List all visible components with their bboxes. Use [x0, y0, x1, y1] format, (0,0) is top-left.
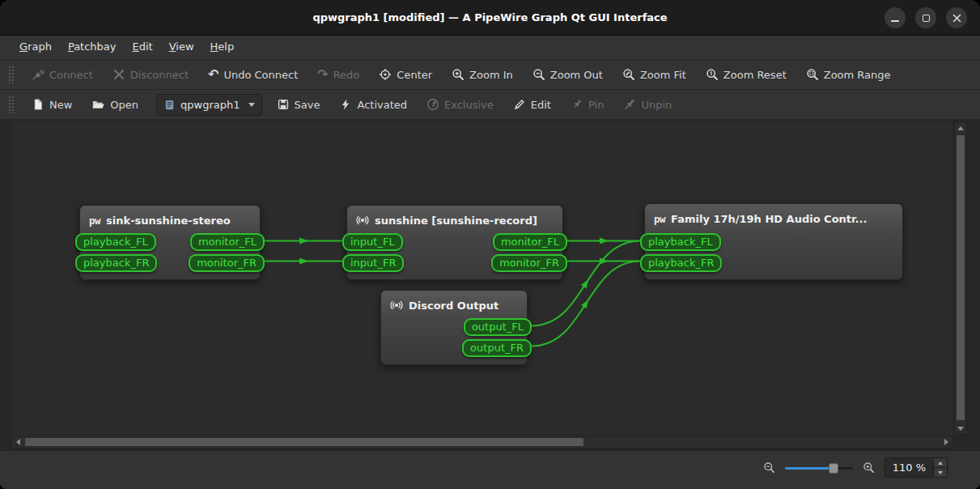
- port-out-monitor-fr[interactable]: monitor_FR: [189, 254, 265, 272]
- disconnect-button[interactable]: Disconnect: [106, 64, 198, 85]
- window-controls: [885, 7, 967, 28]
- zoom-in-label: Zoom In: [469, 69, 513, 81]
- unpin-button[interactable]: Unpin: [617, 94, 681, 115]
- port-in-playback-fl[interactable]: playback_FL: [640, 233, 721, 251]
- save-label: Save: [295, 99, 320, 111]
- port-out-output-fl[interactable]: output_FL: [464, 318, 532, 336]
- zoom-fit-button[interactable]: Zoom Fit: [616, 64, 696, 85]
- exclusive-label: Exclusive: [444, 99, 494, 111]
- undo-icon: ↶: [208, 69, 218, 80]
- minimize-icon: [891, 20, 899, 22]
- toolbar-drag-handle[interactable]: [8, 96, 15, 113]
- port-out-monitor-fl[interactable]: monitor_FL: [190, 233, 265, 251]
- minimize-button[interactable]: [885, 7, 906, 28]
- port-in-playback-fr[interactable]: playback_FR: [640, 254, 722, 272]
- port-out-monitor-fl[interactable]: monitor_FL: [493, 233, 567, 251]
- maximize-icon: [923, 15, 930, 22]
- horizontal-scrollbar-thumb[interactable]: [24, 437, 584, 447]
- save-icon: [277, 98, 290, 111]
- center-label: Center: [397, 69, 432, 81]
- zoom-range-icon: [806, 68, 819, 81]
- menu-view[interactable]: View: [161, 36, 202, 59]
- maximize-button[interactable]: [915, 7, 936, 28]
- statusbar-zoom-out-icon: [763, 461, 775, 474]
- zoom-spin-up-button[interactable]: [934, 458, 947, 468]
- new-button[interactable]: New: [25, 94, 82, 115]
- zoom-spin-down-button[interactable]: [934, 468, 947, 477]
- save-button[interactable]: Save: [270, 94, 330, 115]
- patchbay-file-icon: [163, 99, 176, 111]
- pipewire-icon: pw: [654, 213, 665, 225]
- port-out-monitor-fr[interactable]: monitor_FR: [491, 254, 567, 272]
- statusbar-zoom-in-icon: [863, 461, 875, 474]
- center-button[interactable]: Center: [372, 64, 442, 85]
- scroll-left-button[interactable]: [12, 436, 23, 448]
- redo-button[interactable]: ↷ Redo: [311, 65, 369, 85]
- port-in-playback-fl[interactable]: playback_FL: [75, 233, 156, 251]
- arrow-left-icon: [16, 439, 20, 445]
- horizontal-scrollbar[interactable]: [11, 436, 952, 449]
- node-discord-output[interactable]: Discord Output output_FL output_FR: [380, 290, 528, 365]
- node-title: Family 17h/19h HD Audio Contr...: [671, 213, 867, 225]
- zoom-out-label: Zoom Out: [550, 69, 603, 81]
- activated-bolt-icon: [339, 98, 352, 111]
- port-in-input-fl[interactable]: input_FL: [342, 233, 403, 251]
- unpin-label: Unpin: [641, 99, 672, 111]
- zoom-reset-label: Zoom Reset: [723, 69, 787, 81]
- toolbar-patchbay: New Open qpwgraph1 Save: [0, 90, 980, 120]
- zoom-slider-handle[interactable]: [829, 463, 838, 474]
- undo-connect-button[interactable]: ↶ Undo Connect: [202, 65, 308, 85]
- port-in-input-fr[interactable]: input_FR: [342, 254, 404, 272]
- arrow-down-icon: [938, 471, 943, 474]
- scroll-right-button[interactable]: [940, 436, 952, 448]
- zoom-out-button[interactable]: Zoom Out: [526, 64, 613, 85]
- node-sink-sunshine-stereo[interactable]: pw sink-sunshine-stereo playback_FL play…: [79, 205, 261, 280]
- node-title: sink-sunshine-stereo: [106, 215, 231, 227]
- redo-label: Redo: [333, 69, 360, 81]
- arrow-up-icon: [957, 126, 964, 130]
- vertical-scrollbar[interactable]: [954, 121, 967, 435]
- zoom-reset-button[interactable]: Zoom Reset: [699, 64, 796, 85]
- zoom-in-button[interactable]: Zoom In: [445, 64, 523, 85]
- port-out-output-fr[interactable]: output_FR: [462, 339, 532, 357]
- statusbar: 110 %: [0, 450, 980, 489]
- patchbay-selector[interactable]: qpwgraph1: [156, 94, 261, 116]
- menu-patchbay[interactable]: Patchbay: [60, 36, 125, 59]
- port-in-playback-fr[interactable]: playback_FR: [75, 254, 157, 272]
- zoom-spinbox[interactable]: 110 %: [885, 457, 948, 478]
- menu-help[interactable]: Help: [202, 36, 243, 59]
- audio-node-icon: [356, 214, 369, 227]
- connect-label: Connect: [49, 69, 93, 81]
- audio-node-icon: [390, 299, 403, 312]
- menu-graph[interactable]: Graph: [11, 36, 60, 59]
- window-title: qpwgraph1 [modified] — A PipeWire Graph …: [312, 11, 667, 23]
- node-sunshine[interactable]: sunshine [sunshine-record] input_FL inpu…: [346, 205, 563, 280]
- zoom-slider-fill: [785, 467, 832, 470]
- close-button[interactable]: [946, 7, 967, 28]
- menubar: Graph Patchbay Edit View Help: [0, 36, 980, 60]
- exclusive-button[interactable]: f Exclusive: [420, 94, 503, 115]
- toolbar-drag-handle[interactable]: [8, 66, 15, 83]
- graph-canvas[interactable]: pw sink-sunshine-stereo playback_FL play…: [11, 121, 952, 436]
- open-button[interactable]: Open: [85, 94, 148, 115]
- scroll-down-button[interactable]: [955, 423, 966, 434]
- zoom-value[interactable]: 110 %: [885, 458, 933, 477]
- vertical-scrollbar-thumb[interactable]: [956, 134, 965, 421]
- connect-button[interactable]: Connect: [25, 64, 103, 85]
- open-label: Open: [110, 99, 138, 111]
- pipewire-icon: pw: [89, 215, 100, 227]
- zoom-range-button[interactable]: Zoom Range: [800, 64, 901, 85]
- edit-button[interactable]: Edit: [507, 94, 561, 115]
- titlebar[interactable]: qpwgraph1 [modified] — A PipeWire Graph …: [0, 0, 980, 36]
- activated-button[interactable]: Activated: [333, 94, 417, 115]
- arrow-up-icon: [938, 461, 943, 465]
- zoom-slider[interactable]: [785, 461, 853, 474]
- connection-arrow-icon: [299, 238, 308, 244]
- connection-arrow-icon: [581, 278, 592, 289]
- scroll-up-button[interactable]: [955, 122, 966, 134]
- node-family-audio-controller[interactable]: pw Family 17h/19h HD Audio Contr... play…: [644, 203, 903, 280]
- pin-button[interactable]: Pin: [564, 94, 613, 115]
- menu-edit[interactable]: Edit: [125, 36, 161, 59]
- chevron-down-icon: [248, 103, 255, 107]
- undo-connect-label: Undo Connect: [223, 69, 298, 81]
